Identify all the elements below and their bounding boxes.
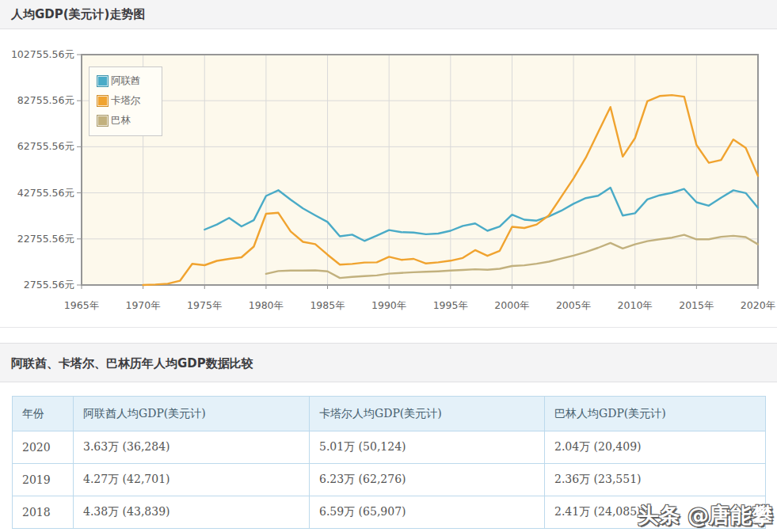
legend-label: 阿联酋 <box>111 74 141 88</box>
x-axis-label: 2000年 <box>486 299 537 313</box>
table-row: 20203.63万 (36,284)5.01万 (50,124)2.04万 (2… <box>13 431 766 464</box>
x-axis-label: 1985年 <box>303 299 353 313</box>
y-axis-label: 62755.56元 <box>0 140 74 154</box>
table-row: 20194.27万 (42,701)6.23万 (62,276)2.36万 (2… <box>13 464 766 496</box>
table-cell: 6.23万 (62,276) <box>310 464 545 496</box>
watermark: 头条 @唐能攀 <box>638 501 773 530</box>
x-axis-label: 2005年 <box>548 299 599 313</box>
x-axis-label: 1995年 <box>425 299 476 313</box>
section-title: 阿联酋、卡塔尔、巴林历年人均GDP数据比较 <box>0 343 777 382</box>
x-axis-label: 1990年 <box>364 299 414 313</box>
table-cell: 5.01万 (50,124) <box>310 431 545 464</box>
x-axis-label: 1970年 <box>118 299 169 313</box>
table-cell: 6.59万 (65,907) <box>310 496 545 529</box>
table-header-cell: 阿联酋人均GDP(美元计) <box>74 397 310 431</box>
divider <box>0 327 777 328</box>
table-cell: 2018 <box>13 496 74 529</box>
table-cell: 2.04万 (20,409) <box>545 431 766 464</box>
gdp-trend-chart: 102755.56元82755.56元62755.56元42755.56元227… <box>0 30 777 327</box>
legend-item-卡塔尔: 卡塔尔 <box>97 94 162 108</box>
legend-label: 巴林 <box>111 114 131 127</box>
chart-legend: 阿联酋卡塔尔巴林 <box>89 66 162 136</box>
legend-label: 卡塔尔 <box>111 94 141 108</box>
y-axis-label: 82755.56元 <box>0 94 74 108</box>
y-axis-label: 42755.56元 <box>0 187 74 200</box>
table-cell: 3.63万 (36,284) <box>74 431 310 464</box>
y-axis-label: 102755.56元 <box>0 48 74 62</box>
table-cell: 2019 <box>13 464 74 496</box>
table-header-cell: 年份 <box>13 397 74 431</box>
plot-area <box>82 55 758 285</box>
legend-swatch-icon <box>97 115 109 127</box>
x-axis-label: 1975年 <box>179 299 230 313</box>
x-axis-label: 1965年 <box>56 299 107 313</box>
page-title: 人均GDP(美元计)走势图 <box>0 0 777 29</box>
table-cell: 2.36万 (23,551) <box>545 464 766 496</box>
page: 人均GDP(美元计)走势图 102755.56元82755.56元62755.5… <box>0 0 777 532</box>
table-header-cell: 卡塔尔人均GDP(美元计) <box>310 397 545 431</box>
legend-swatch-icon <box>97 95 109 107</box>
x-axis-label: 2020年 <box>733 299 777 313</box>
x-axis-label: 1980年 <box>241 299 291 313</box>
table-cell: 4.27万 (42,701) <box>74 464 310 496</box>
x-axis-label: 2010年 <box>610 299 661 313</box>
x-axis-label: 2015年 <box>671 299 722 313</box>
y-axis-label: 22755.56元 <box>0 233 74 246</box>
table-header-cell: 巴林人均GDP(美元计) <box>545 397 766 431</box>
legend-item-阿联酋: 阿联酋 <box>97 74 162 88</box>
legend-swatch-icon <box>97 75 109 87</box>
y-axis-label: 2755.56元 <box>0 279 74 292</box>
table-cell: 2020 <box>13 431 74 464</box>
table-header-row: 年份阿联酋人均GDP(美元计)卡塔尔人均GDP(美元计)巴林人均GDP(美元计) <box>13 397 766 431</box>
table-cell: 4.38万 (43,839) <box>74 496 310 529</box>
legend-item-巴林: 巴林 <box>97 114 162 127</box>
